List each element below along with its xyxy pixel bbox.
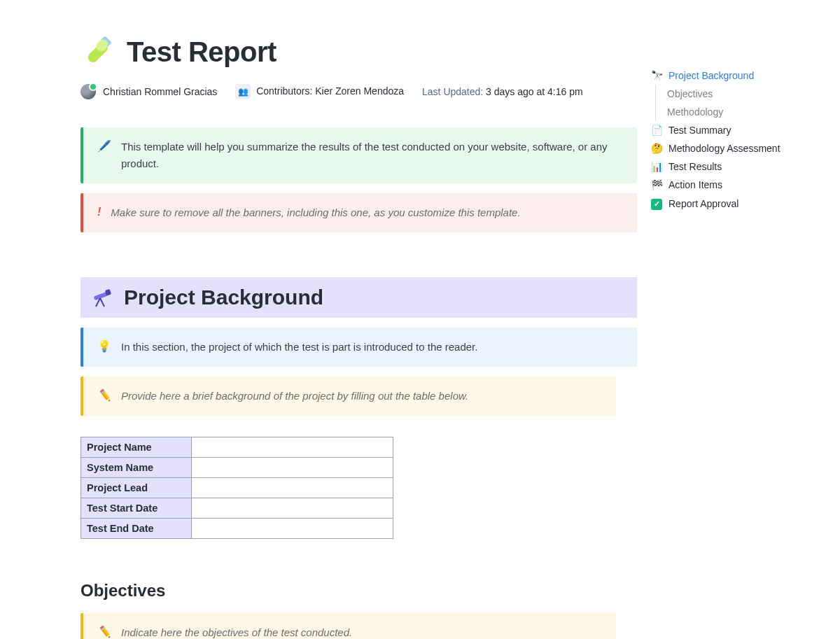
page-title-row: Test Report: [80, 35, 637, 69]
cell-key: Project Lead: [81, 478, 192, 498]
cell-val[interactable]: [192, 437, 393, 458]
pencil-icon: ✏️: [97, 624, 111, 639]
toc-label: Project Background: [668, 70, 754, 81]
toc-label: Objectives: [667, 88, 713, 99]
exclamation-icon: !: [97, 204, 101, 220]
toc-label: Test Summary: [668, 125, 731, 136]
table-row: System Name: [81, 458, 393, 478]
objectives-banner: ✏️ Indicate here the objectives of the t…: [80, 613, 616, 639]
cell-val[interactable]: [192, 519, 393, 539]
toc-label: Action Items: [668, 179, 722, 190]
tip-banner-text: In this section, the project of which th…: [121, 339, 477, 356]
project-info-body: Project Name System Name Project Lead Te…: [81, 437, 393, 539]
toc-item-methodology[interactable]: Methodology: [655, 103, 840, 121]
cell-val[interactable]: [192, 478, 393, 498]
thinking-icon: 🤔: [651, 143, 662, 154]
table-row: Project Lead: [81, 478, 393, 498]
toc-label: Methodology: [667, 106, 723, 118]
toc-label: Test Results: [668, 161, 722, 172]
telescope-icon: 🔭: [651, 70, 662, 81]
instruction-text: Provide here a brief background of the p…: [121, 388, 468, 405]
flag-icon: 🏁: [651, 179, 662, 190]
objectives-text: Indicate here the objectives of the test…: [121, 624, 433, 639]
cell-key: Project Name: [81, 437, 192, 458]
toc-item-methodology-assessment[interactable]: 🤔 Methodology Assessment: [651, 139, 840, 157]
toc: 🔭 Project Background Objectives Methodol…: [637, 0, 840, 213]
test-tube-icon: [80, 35, 114, 69]
info-banner: 🖊️ This template will help you summarize…: [80, 127, 637, 183]
table-row: Test Start Date: [81, 498, 393, 519]
warning-banner: ! Make sure to remove all the banners, i…: [80, 193, 637, 232]
toc-item-test-summary[interactable]: 📄 Test Summary: [651, 121, 840, 139]
author-chip[interactable]: Christian Rommel Gracias: [80, 84, 217, 99]
section-project-background: Project Background: [80, 277, 637, 318]
tip-banner: 💡 In this section, the project of which …: [80, 328, 637, 367]
toc-item-report-approval[interactable]: ✓ Report Approval: [651, 194, 840, 213]
cell-key: Test End Date: [81, 519, 192, 539]
section-title: Project Background: [124, 286, 323, 309]
table-row: Project Name: [81, 437, 393, 458]
pencil-icon: 🖊️: [97, 139, 111, 154]
warning-banner-text: Make sure to remove all the banners, inc…: [111, 204, 520, 221]
bulb-icon: 💡: [97, 339, 111, 354]
meta-row: Christian Rommel Gracias 👥 Contributors:…: [80, 84, 637, 99]
section-objectives: Objectives: [80, 581, 637, 601]
toc-item-project-background[interactable]: 🔭 Project Background: [651, 66, 840, 85]
avatar: [80, 84, 96, 99]
chart-icon: 📊: [651, 161, 662, 172]
info-banner-text: This template will help you summarize th…: [121, 139, 623, 172]
contributors-label: Contributors:: [256, 85, 312, 97]
telescope-icon: [92, 287, 113, 308]
author-name: Christian Rommel Gracias: [103, 86, 217, 97]
toc-item-action-items[interactable]: 🏁 Action Items: [651, 176, 840, 194]
last-updated-value: 3 days ago at 4:16 pm: [486, 86, 583, 97]
toc-label: Report Approval: [668, 198, 738, 209]
toc-label: Methodology Assessment: [668, 143, 780, 154]
people-icon: 👥: [235, 84, 251, 99]
cell-val[interactable]: [192, 498, 393, 519]
last-updated-label: Last Updated:: [422, 86, 483, 97]
toc-item-objectives[interactable]: Objectives: [655, 85, 840, 103]
cell-val[interactable]: [192, 458, 393, 478]
table-row: Test End Date: [81, 519, 393, 539]
cell-key: Test Start Date: [81, 498, 192, 519]
contributors-value: Kier Zoren Mendoza: [315, 85, 404, 97]
svg-line-6: [100, 298, 104, 307]
last-updated: Last Updated: 3 days ago at 4:16 pm: [422, 86, 583, 97]
project-info-table: Project Name System Name Project Lead Te…: [80, 437, 393, 539]
check-icon: ✓: [651, 197, 662, 210]
page-title: Test Report: [127, 36, 276, 68]
cell-key: System Name: [81, 458, 192, 478]
instruction-banner: ✏️ Provide here a brief background of th…: [80, 377, 616, 416]
objectives-instruction: Indicate here the objectives of the test…: [121, 626, 352, 638]
pencil-icon: ✏️: [97, 388, 111, 403]
page-icon: 📄: [651, 125, 662, 136]
toc-item-test-results[interactable]: 📊 Test Results: [651, 157, 840, 176]
contributors[interactable]: 👥 Contributors: Kier Zoren Mendoza: [235, 84, 404, 99]
